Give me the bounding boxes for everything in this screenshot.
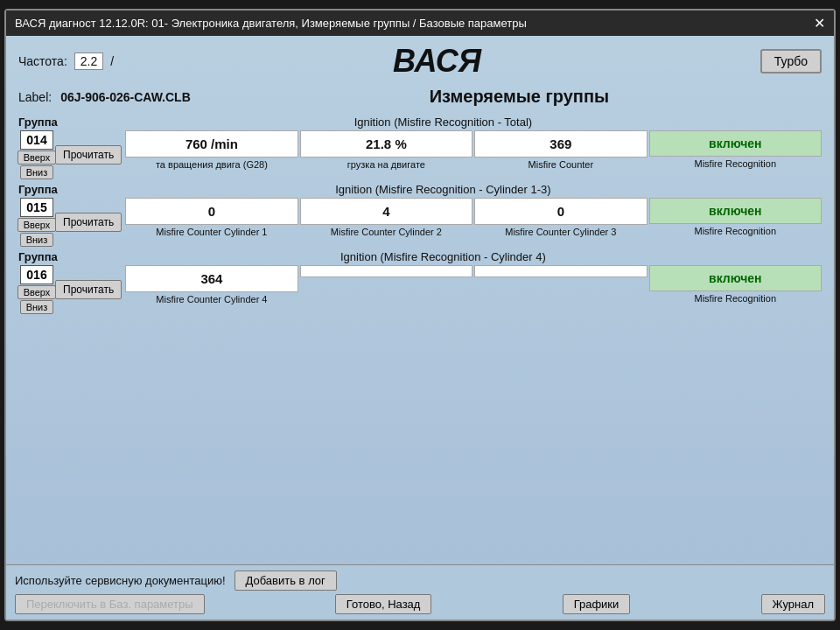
info-text: Используйте сервисную документацию! bbox=[15, 574, 226, 587]
data-value-015-2: 0 bbox=[474, 198, 647, 225]
switch-button[interactable]: Переключить в Баз. параметры bbox=[15, 594, 205, 614]
title-bar: ВАСЯ диагност 12.12.0R: 01- Электроника … bbox=[6, 10, 834, 36]
data-cell-016-0: 364Misfire Counter Cylinder 4 bbox=[125, 265, 298, 314]
label-key: Label: bbox=[18, 90, 52, 104]
group-title-015: Ignition (Misfire Recognition - Cylinder… bbox=[65, 183, 822, 196]
group-section-016: ГруппаIgnition (Misfire Recognition - Cy… bbox=[18, 250, 822, 314]
group-title-014: Ignition (Misfire Recognition - Total) bbox=[65, 116, 822, 129]
label-value: 06J-906-026-CAW.CLB bbox=[60, 90, 191, 104]
data-value-014-2: 369 bbox=[474, 130, 647, 158]
down-button-014[interactable]: Вниз bbox=[20, 165, 54, 179]
group-id-015: 015 bbox=[20, 198, 53, 217]
main-content: Частота: 2.2 / ВАСЯ Турбо Label: 06J-906… bbox=[6, 36, 834, 564]
label-row: Label: 06J-906-026-CAW.CLB Измеряемые гр… bbox=[18, 87, 822, 107]
data-value-016-0: 364 bbox=[125, 265, 298, 292]
main-window: ВАСЯ диагност 12.12.0R: 01- Электроника … bbox=[4, 9, 836, 621]
group-title-016: Ignition (Misfire Recognition - Cylinder… bbox=[65, 250, 822, 263]
group-label-016: Группа bbox=[18, 250, 58, 263]
data-value-015-0: 0 bbox=[125, 198, 298, 225]
journal-button[interactable]: Журнал bbox=[761, 594, 825, 614]
data-cell-015-3: включенMisfire Recognition bbox=[649, 198, 822, 247]
data-label-016-0: Misfire Counter Cylinder 4 bbox=[156, 294, 267, 305]
group-section-014: ГруппаIgnition (Misfire Recognition - To… bbox=[18, 116, 822, 179]
data-label-016-3: Misfire Recognition bbox=[695, 293, 777, 304]
data-value-016-1 bbox=[300, 265, 472, 277]
data-cell-015-1: 4Misfire Counter Cylinder 2 bbox=[300, 198, 472, 247]
freq-label: Частота: bbox=[18, 54, 67, 68]
data-value-016-2 bbox=[474, 265, 647, 277]
freq-area: Частота: 2.2 / bbox=[18, 52, 114, 70]
data-label-015-3: Misfire Recognition bbox=[695, 226, 777, 237]
header-row: Частота: 2.2 / ВАСЯ Турбо bbox=[18, 43, 822, 80]
graph-button[interactable]: Графики bbox=[563, 594, 631, 614]
add-log-button[interactable]: Добавить в лог bbox=[234, 570, 337, 591]
read-button-015[interactable]: Прочитать bbox=[55, 213, 122, 232]
turbo-button[interactable]: Турбо bbox=[760, 49, 822, 74]
up-button-015[interactable]: Вверх bbox=[18, 218, 57, 232]
data-value-016-3: включен bbox=[649, 265, 822, 291]
footer: Используйте сервисную документацию! Доба… bbox=[6, 564, 834, 620]
groups-container: ГруппаIgnition (Misfire Recognition - To… bbox=[18, 116, 822, 318]
data-cell-014-3: включенMisfire Recognition bbox=[649, 130, 822, 179]
read-button-014[interactable]: Прочитать bbox=[55, 145, 122, 164]
footer-top: Используйте сервисную документацию! Доба… bbox=[15, 570, 825, 591]
data-label-014-0: та вращения двига (G28) bbox=[156, 159, 268, 171]
read-button-016[interactable]: Прочитать bbox=[55, 280, 122, 299]
group-label-015: Группа bbox=[18, 183, 58, 196]
data-cell-014-2: 369Misfire Counter bbox=[474, 130, 647, 179]
group-id-014: 014 bbox=[20, 130, 53, 150]
data-label-014-1: грузка на двигате bbox=[347, 159, 425, 171]
group-label-014: Группа bbox=[18, 116, 58, 129]
data-label-015-0: Misfire Counter Cylinder 1 bbox=[156, 227, 267, 238]
group-section-015: ГруппаIgnition (Misfire Recognition - Cy… bbox=[18, 183, 822, 247]
data-label-014-3: Misfire Recognition bbox=[695, 158, 777, 170]
group-id-016: 016 bbox=[20, 265, 53, 284]
data-label-014-2: Misfire Counter bbox=[528, 159, 594, 171]
data-value-014-3: включен bbox=[649, 130, 822, 157]
data-value-014-1: 21.8 % bbox=[300, 130, 472, 158]
data-value-015-1: 4 bbox=[300, 198, 472, 225]
down-button-016[interactable]: Вниз bbox=[20, 300, 54, 314]
window-title: ВАСЯ диагност 12.12.0R: 01- Электроника … bbox=[15, 17, 527, 30]
back-button[interactable]: Готово, Назад bbox=[335, 594, 432, 614]
data-cell-016-2 bbox=[474, 265, 647, 314]
data-value-015-3: включен bbox=[649, 198, 822, 224]
page-subtitle: Измеряемые группы bbox=[217, 87, 822, 107]
up-button-014[interactable]: Вверх bbox=[18, 150, 57, 164]
data-value-014-0: 760 /min bbox=[125, 130, 298, 158]
down-button-015[interactable]: Вниз bbox=[20, 233, 54, 247]
up-button-016[interactable]: Вверх bbox=[18, 285, 57, 299]
data-cell-014-0: 760 /minта вращения двига (G28) bbox=[125, 130, 298, 179]
data-cell-014-1: 21.8 %грузка на двигате bbox=[300, 130, 472, 179]
data-cell-015-0: 0Misfire Counter Cylinder 1 bbox=[125, 198, 298, 247]
data-cell-016-1 bbox=[300, 265, 472, 314]
data-label-015-1: Misfire Counter Cylinder 2 bbox=[331, 227, 442, 238]
data-label-015-2: Misfire Counter Cylinder 3 bbox=[505, 227, 616, 238]
freq-value: 2.2 bbox=[74, 52, 103, 70]
close-button[interactable]: ✕ bbox=[814, 15, 825, 32]
app-title: ВАСЯ bbox=[114, 43, 760, 80]
footer-bottom: Переключить в Баз. параметры Готово, Наз… bbox=[15, 594, 825, 614]
data-cell-015-2: 0Misfire Counter Cylinder 3 bbox=[474, 198, 647, 247]
data-cell-016-3: включенMisfire Recognition bbox=[649, 265, 822, 314]
